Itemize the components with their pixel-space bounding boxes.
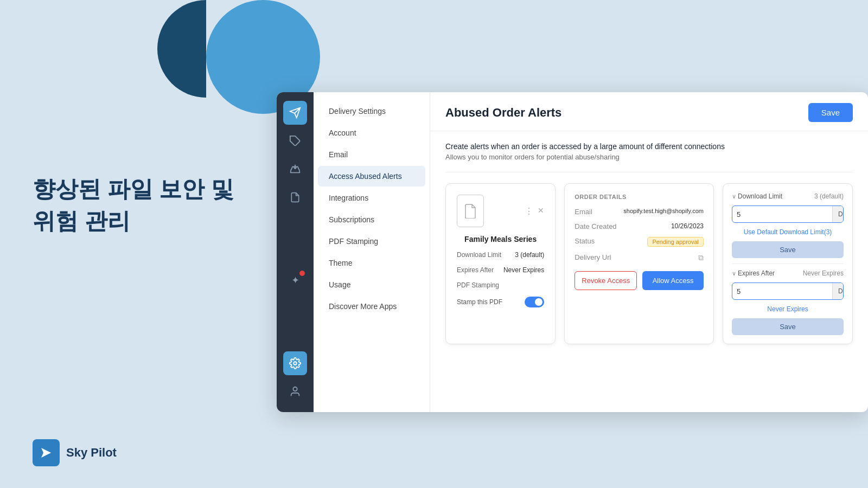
- dl-limit-header: ∨ Download Limit 3 (default): [732, 192, 844, 200]
- nav-item-delivery-settings[interactable]: Delivery Settings: [318, 101, 425, 121]
- dl-expires-label: ∨ Expires After: [732, 269, 775, 277]
- product-title: Family Meals Series: [457, 235, 544, 243]
- nav-item-usage[interactable]: Usage: [318, 274, 425, 295]
- sidebar-icon-plane[interactable]: [283, 101, 307, 125]
- nav-menu: Delivery Settings Account Email Access A…: [314, 92, 430, 412]
- stamp-toggle[interactable]: [525, 297, 544, 307]
- logo-name: Sky Pilot: [66, 446, 117, 460]
- expires-after-value: Never Expires: [503, 266, 544, 274]
- allow-access-button[interactable]: Allow Access: [642, 271, 704, 290]
- product-card-header: ⋮ ✕: [457, 195, 544, 227]
- file-icon: [457, 195, 484, 227]
- order-email-field: Email shopify.test.high@shopify.com: [575, 208, 704, 216]
- svg-point-3: [293, 362, 297, 365]
- expires-after-field: Expires After Never Expires: [457, 266, 544, 274]
- dl-expires-header: ∨ Expires After Never Expires: [732, 269, 844, 277]
- sidebar-icon-document[interactable]: [283, 185, 307, 209]
- dl-days-input-row: Days: [732, 282, 844, 300]
- sidebar-icon-user[interactable]: [283, 380, 307, 403]
- dl-divider: [732, 264, 844, 264]
- order-delivery-field: Delivery Url ⧉: [575, 253, 704, 262]
- desc-title: Create alerts when an order is accessed …: [445, 142, 853, 151]
- order-date-label: Date Created: [575, 222, 623, 230]
- app-container: ✦ Delivery Settings Account Email Access…: [277, 92, 868, 412]
- revoke-access-button[interactable]: Revoke Access: [575, 271, 637, 290]
- days-suffix: Days: [832, 283, 844, 299]
- dl-never-expires-link[interactable]: Never Expires: [732, 305, 844, 313]
- korean-text: 향상된 파일 보안 및 위험 관리: [33, 174, 234, 237]
- content-header: Abused Order Alerts Save: [430, 92, 868, 131]
- svg-marker-0: [41, 448, 51, 458]
- pdf-stamping-field: PDF Stamping: [457, 281, 544, 289]
- nav-item-email[interactable]: Email: [318, 144, 425, 165]
- status-badge: Pending approval: [647, 237, 704, 247]
- dl-expires-value: Never Expires: [803, 269, 844, 277]
- logo-icon: [33, 439, 60, 466]
- section-divider: [445, 172, 853, 172]
- save-button[interactable]: Save: [808, 103, 853, 122]
- dl-limit-default: 3 (default): [814, 192, 844, 200]
- page-title: Abused Order Alerts: [445, 106, 561, 120]
- nav-item-access-abused-alerts[interactable]: Access Abused Alerts: [318, 166, 425, 187]
- nav-item-account[interactable]: Account: [318, 123, 425, 143]
- download-limit-value: 3 (default): [515, 251, 544, 259]
- desc-text: Allows you to monitor orders for potenti…: [445, 153, 853, 161]
- order-email-value: shopify.test.high@shopify.com: [623, 208, 704, 214]
- nav-item-pdf-stamping[interactable]: PDF Stamping: [318, 231, 425, 252]
- sidebar-icon-gear[interactable]: [283, 351, 307, 375]
- stamp-toggle-row: Stamp this PDF: [457, 297, 544, 307]
- expires-after-label: Expires After: [457, 266, 494, 274]
- downloads-input[interactable]: [732, 210, 832, 219]
- dl-save-button-1[interactable]: Save: [732, 241, 844, 258]
- pdf-stamping-section-label: PDF Stamping: [457, 281, 499, 289]
- close-icon[interactable]: ✕: [538, 206, 544, 216]
- dl-default-link[interactable]: Use Default Download Limit(3): [732, 228, 844, 236]
- order-actions: Revoke Access Allow Access: [575, 271, 704, 290]
- svg-point-4: [293, 387, 297, 391]
- copy-icon[interactable]: ⧉: [698, 253, 704, 262]
- order-status-field: Status Pending approval: [575, 237, 704, 247]
- sidebar-icon-tag[interactable]: [283, 129, 307, 153]
- icon-sidebar: ✦: [277, 92, 314, 412]
- downloads-card: ∨ Download Limit 3 (default) Downloads U…: [723, 183, 853, 344]
- order-email-label: Email: [575, 208, 623, 216]
- sidebar-icon-sparkle[interactable]: ✦: [283, 268, 307, 292]
- order-status-label: Status: [575, 237, 623, 245]
- stamp-label: Stamp this PDF: [457, 298, 502, 306]
- nav-item-integrations[interactable]: Integrations: [318, 188, 425, 208]
- sidebar-icon-inbox[interactable]: [283, 157, 307, 181]
- nav-item-theme[interactable]: Theme: [318, 253, 425, 273]
- dl-save-button-2[interactable]: Save: [732, 318, 844, 335]
- more-icon[interactable]: ⋮: [525, 206, 533, 216]
- nav-item-subscriptions[interactable]: Subscriptions: [318, 209, 425, 230]
- main-content: Abused Order Alerts Save Create alerts w…: [430, 92, 868, 412]
- logo-area: Sky Pilot: [33, 439, 117, 466]
- dl-limit-label: ∨ Download Limit: [732, 192, 782, 200]
- order-details-title: ORDER DETAILS: [575, 194, 704, 200]
- days-input[interactable]: [732, 287, 832, 296]
- cards-row: ⋮ ✕ Family Meals Series Download Limit 3…: [445, 183, 853, 344]
- download-limit-field: Download Limit 3 (default): [457, 251, 544, 259]
- order-details-card: ORDER DETAILS Email shopify.test.high@sh…: [564, 183, 714, 344]
- notification-badge: [299, 271, 305, 276]
- downloads-suffix: Downloads: [832, 206, 844, 222]
- order-delivery-label: Delivery Url: [575, 253, 623, 261]
- download-limit-label: Download Limit: [457, 251, 501, 259]
- product-card: ⋮ ✕ Family Meals Series Download Limit 3…: [445, 183, 556, 344]
- dl-input-row: Downloads: [732, 206, 844, 223]
- order-date-field: Date Created 10/26/2023: [575, 222, 704, 230]
- nav-item-discover-more-apps[interactable]: Discover More Apps: [318, 296, 425, 317]
- content-body: Create alerts when an order is accessed …: [430, 131, 868, 412]
- order-date-value: 10/26/2023: [671, 222, 704, 230]
